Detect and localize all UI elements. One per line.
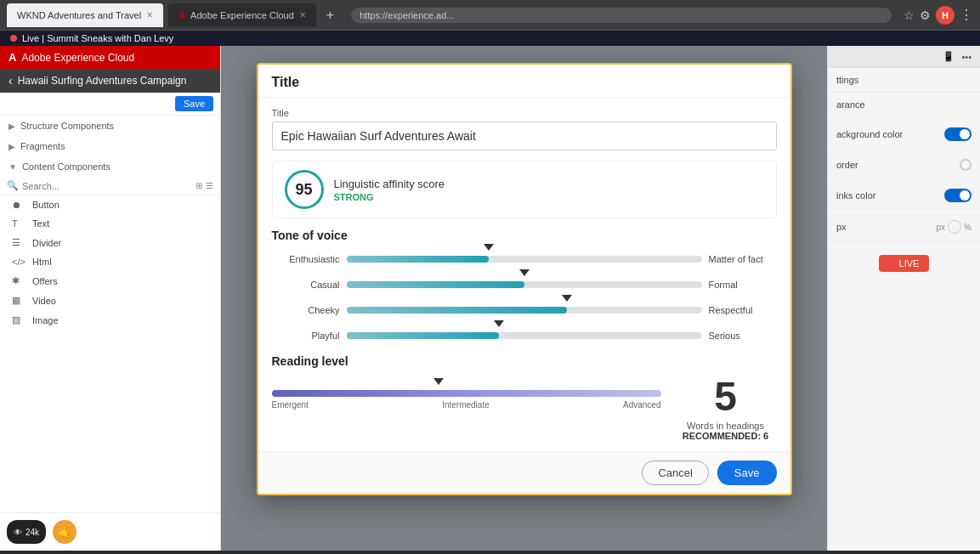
tone-section-title: Tone of voice bbox=[272, 229, 777, 242]
save-button[interactable]: Save bbox=[717, 461, 777, 485]
links-color-section: inks color bbox=[828, 178, 980, 210]
new-tab-button[interactable]: + bbox=[321, 8, 339, 23]
component-video-label: Video bbox=[32, 296, 56, 306]
tone-slider-playful[interactable] bbox=[347, 327, 702, 344]
reading-score: 5 bbox=[675, 376, 777, 417]
live-btn-dot bbox=[889, 260, 896, 267]
bookmark-icon[interactable]: ☆ bbox=[904, 8, 915, 22]
sidebar-nav: ‹ Hawaii Surfing Adventures Campaign bbox=[0, 69, 220, 93]
component-video[interactable]: ▦ Video bbox=[0, 291, 220, 310]
px-circle[interactable] bbox=[948, 220, 961, 234]
components-list: ⏺ Button T Text ☰ Divider </> Html ✱ Off… bbox=[0, 195, 220, 330]
order-section: order bbox=[828, 149, 980, 178]
live-button-container: LIVE bbox=[828, 241, 980, 285]
address-bar[interactable]: https://experience.ad... bbox=[351, 8, 892, 23]
cancel-button[interactable]: Cancel bbox=[642, 461, 708, 485]
tab-aec-label: Adobe Experience Cloud bbox=[190, 10, 294, 20]
affinity-score-circle: 95 bbox=[285, 170, 324, 209]
percent-icon: % bbox=[964, 223, 972, 232]
reading-label-emergent: Emergent bbox=[272, 400, 309, 410]
extension-icon[interactable]: ⚙ bbox=[920, 8, 931, 22]
tone-slider-enthusiastic[interactable] bbox=[347, 251, 702, 268]
reading-section: Emergent Intermediate Advanced 5 Words i… bbox=[272, 376, 777, 441]
structure-components-section[interactable]: ▶ Structure Components bbox=[0, 116, 220, 136]
html-icon: </> bbox=[12, 257, 25, 267]
reading-words-label: Words in headings bbox=[675, 421, 777, 431]
tone-row-casual: Casual Formal bbox=[272, 276, 777, 293]
search-input[interactable] bbox=[22, 181, 192, 191]
tone-left-enthusiastic: Enthusiastic bbox=[272, 254, 340, 264]
tone-slider-casual[interactable] bbox=[347, 276, 702, 293]
component-divider[interactable]: ☰ Divider bbox=[0, 233, 220, 252]
right-panel: 📱 ••• ttings arance ackground color orde… bbox=[827, 46, 980, 551]
tab-wknd-close[interactable]: ✕ bbox=[146, 10, 153, 20]
back-icon[interactable]: ‹ bbox=[8, 74, 13, 88]
settings-label: ttings bbox=[836, 75, 972, 85]
content-components-section[interactable]: ▼ Content Components bbox=[0, 156, 220, 177]
component-html[interactable]: </> Html bbox=[0, 252, 220, 271]
component-button[interactable]: ⏺ Button bbox=[0, 195, 220, 214]
reading-label-advanced: Advanced bbox=[623, 400, 660, 410]
video-icon: ▦ bbox=[12, 295, 25, 306]
tone-slider-cheeky[interactable] bbox=[347, 302, 702, 319]
tone-right-casual: Formal bbox=[709, 280, 777, 290]
title-input[interactable] bbox=[272, 122, 777, 150]
affinity-score: 95 bbox=[295, 181, 312, 199]
badge-activity[interactable]: 🤙 bbox=[53, 520, 76, 544]
live-bar-text: Live | Summit Sneaks with Dan Levy bbox=[22, 33, 173, 43]
sidebar-bottom-badges: 👁 24k 🤙 bbox=[0, 512, 220, 551]
tab-aec[interactable]: A Adobe Experience Cloud ✕ bbox=[168, 3, 316, 27]
content-components-label: Content Components bbox=[22, 161, 110, 172]
search-bar: 🔍 ⊞ ☰ bbox=[0, 177, 220, 195]
badge-24k[interactable]: 👁 24k bbox=[7, 520, 46, 544]
order-radio[interactable] bbox=[960, 159, 972, 171]
order-label: order bbox=[836, 160, 858, 170]
activity-icon: 🤙 bbox=[58, 525, 72, 539]
modal-overlay: Title Title 95 Linguistic affinity score… bbox=[221, 46, 827, 551]
right-panel-header: 📱 ••• bbox=[828, 46, 980, 68]
top-save-button[interactable]: Save bbox=[175, 96, 213, 111]
tab-aec-close[interactable]: ✕ bbox=[299, 10, 306, 20]
grid-view-icon[interactable]: ⊞ bbox=[195, 181, 202, 190]
bg-color-toggle[interactable] bbox=[944, 127, 972, 141]
more-icon[interactable]: ••• bbox=[961, 52, 972, 62]
tone-right-playful: Serious bbox=[709, 331, 777, 341]
modal-footer: Cancel Save bbox=[258, 451, 790, 494]
component-image[interactable]: ▨ Image bbox=[0, 310, 220, 330]
search-icon: 🔍 bbox=[7, 180, 19, 191]
sidebar-header: A Adobe Experience Cloud bbox=[0, 46, 220, 69]
affinity-label: Linguistic affinity score bbox=[334, 178, 445, 190]
more-options-icon[interactable]: ⋮ bbox=[960, 7, 973, 23]
title-field-label: Title bbox=[272, 108, 777, 118]
chevron-right-icon: ▶ bbox=[8, 122, 15, 131]
appearance-label: arance bbox=[836, 99, 972, 110]
tone-left-cheeky: Cheeky bbox=[272, 305, 340, 315]
component-text[interactable]: T Text bbox=[0, 214, 220, 233]
browser-chrome: WKND Adventures and Travel ✕ A Adobe Exp… bbox=[0, 0, 980, 31]
main-content: Title Title 95 Linguistic affinity score… bbox=[221, 46, 827, 551]
affinity-info: Linguistic affinity score STRONG bbox=[334, 178, 445, 202]
adobe-logo: A bbox=[8, 51, 16, 64]
reading-label-intermediate: Intermediate bbox=[442, 400, 490, 410]
structure-components-label: Structure Components bbox=[20, 121, 114, 131]
reading-track[interactable] bbox=[272, 390, 661, 397]
tab-wknd[interactable]: WKND Adventures and Travel ✕ bbox=[7, 3, 163, 27]
tone-row-cheeky: Cheeky Respectful bbox=[272, 302, 777, 319]
component-offers-label: Offers bbox=[32, 276, 58, 286]
links-color-toggle[interactable] bbox=[944, 189, 972, 202]
bg-color-section: ackground color bbox=[828, 117, 980, 149]
list-view-icon[interactable]: ☰ bbox=[206, 181, 213, 190]
reading-slider-area: Emergent Intermediate Advanced bbox=[272, 376, 661, 441]
reading-thumb-arrow bbox=[433, 378, 444, 385]
live-button[interactable]: LIVE bbox=[879, 255, 930, 272]
component-offers[interactable]: ✱ Offers bbox=[0, 271, 220, 291]
eye-icon: 👁 bbox=[14, 528, 22, 537]
image-icon: ▨ bbox=[12, 314, 25, 325]
component-divider-label: Divider bbox=[32, 238, 61, 248]
avatar-icon[interactable]: H bbox=[936, 6, 955, 25]
modal-header: Title bbox=[258, 65, 790, 98]
left-sidebar: A Adobe Experience Cloud ‹ Hawaii Surfin… bbox=[0, 46, 221, 551]
offers-icon: ✱ bbox=[12, 275, 25, 286]
fragments-section[interactable]: ▶ Fragments bbox=[0, 136, 220, 156]
tone-left-playful: Playful bbox=[272, 331, 340, 341]
